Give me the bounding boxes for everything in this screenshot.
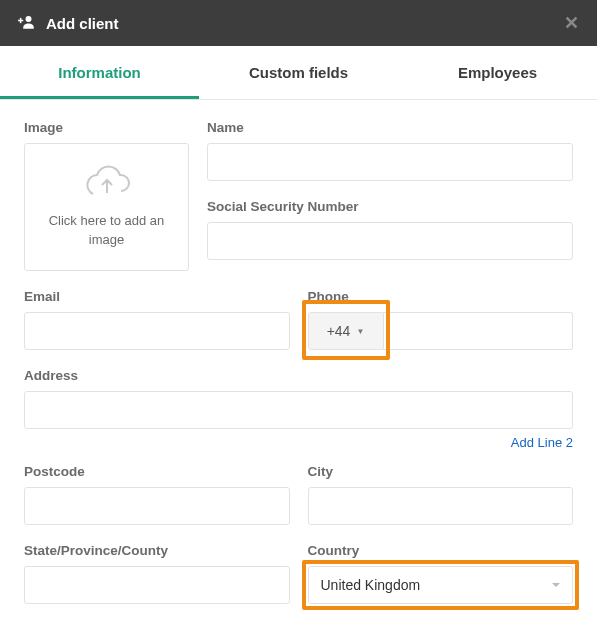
form-body: Image Click here to add an image Name So… [0, 100, 597, 628]
email-field[interactable] [24, 312, 290, 350]
cloud-upload-icon [81, 165, 133, 202]
add-person-icon [18, 15, 36, 32]
state-label: State/Province/County [24, 543, 290, 558]
image-upload-box[interactable]: Click here to add an image [24, 143, 189, 271]
address-label: Address [24, 368, 573, 383]
tab-bar: Information Custom fields Employees [0, 46, 597, 100]
city-label: City [308, 464, 574, 479]
image-label: Image [24, 120, 189, 135]
state-field[interactable] [24, 566, 290, 604]
name-field[interactable] [207, 143, 573, 181]
svg-point-0 [26, 16, 32, 22]
country-selected-value: United Kingdom [321, 577, 421, 593]
phone-field[interactable] [384, 312, 574, 350]
email-label: Email [24, 289, 290, 304]
postcode-label: Postcode [24, 464, 290, 479]
chevron-down-icon: ▼ [356, 327, 364, 336]
address-field[interactable] [24, 391, 573, 429]
modal-header: Add client ✕ [0, 0, 597, 46]
chevron-down-icon [552, 583, 560, 587]
city-field[interactable] [308, 487, 574, 525]
tab-employees[interactable]: Employees [398, 46, 597, 99]
phone-prefix-select[interactable]: +44 ▼ [308, 312, 384, 350]
phone-label: Phone [308, 289, 574, 304]
svg-rect-2 [20, 17, 22, 22]
postcode-field[interactable] [24, 487, 290, 525]
tab-information[interactable]: Information [0, 46, 199, 99]
tab-custom-fields[interactable]: Custom fields [199, 46, 398, 99]
country-label: Country [308, 543, 574, 558]
add-line-2-link[interactable]: Add Line 2 [24, 435, 573, 450]
country-select[interactable]: United Kingdom [308, 566, 574, 604]
modal-title: Add client [46, 15, 119, 32]
ssn-label: Social Security Number [207, 199, 573, 214]
name-label: Name [207, 120, 573, 135]
ssn-field[interactable] [207, 222, 573, 260]
phone-prefix-value: +44 [327, 323, 351, 339]
image-upload-text: Click here to add an image [33, 212, 180, 248]
close-icon[interactable]: ✕ [564, 14, 579, 32]
